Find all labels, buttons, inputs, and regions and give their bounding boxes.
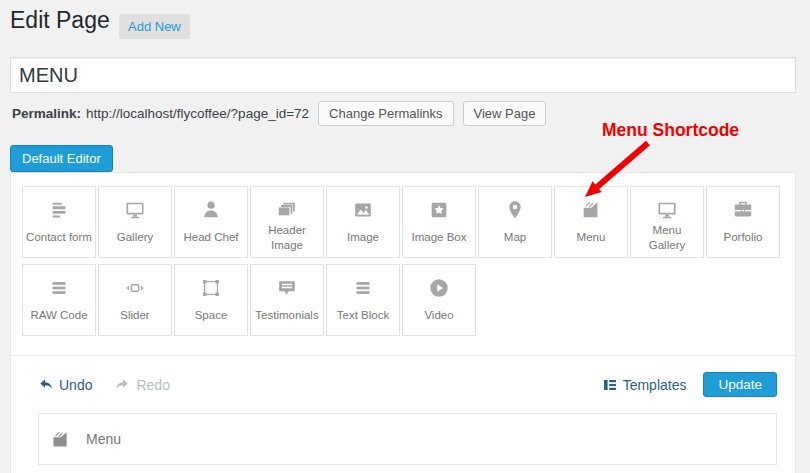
default-editor-tab[interactable]: Default Editor [10, 145, 113, 172]
add-new-button[interactable]: Add New [119, 14, 190, 39]
pin-icon [504, 197, 526, 223]
shortcode-block-raw-code[interactable]: RAW Code [22, 264, 96, 336]
permalink-url: http://localhost/flycoffee/?page_id=72 [86, 106, 309, 121]
shortcode-grid: Contact formGalleryHead ChefHeader Image… [22, 186, 784, 336]
redo-label: Redo [136, 377, 169, 393]
menufolder-icon [50, 429, 71, 450]
shortcode-block-porfolio[interactable]: Porfolio [706, 186, 780, 258]
shortcode-block-testimonials[interactable]: Testimonials [250, 264, 324, 336]
photos-icon [276, 197, 298, 223]
shortcode-block-label: Head Chef [182, 223, 241, 257]
shortcode-block-video[interactable]: Video [402, 264, 476, 336]
shortcode-block-label: Map [502, 223, 528, 257]
shortcode-block-label: Testimonials [253, 301, 320, 335]
shortcode-block-header-image[interactable]: Header Image [250, 186, 324, 258]
redo-button[interactable]: Redo [115, 377, 169, 393]
templates-label: Templates [623, 377, 687, 393]
shortcode-block-label: Image Box [410, 223, 469, 257]
view-page-button[interactable]: View Page [463, 101, 547, 126]
shortcode-block-label: Image [345, 223, 381, 257]
undo-label: Undo [59, 377, 92, 393]
shortcode-block-image-box[interactable]: Image Box [402, 186, 476, 258]
shortcode-block-label: Contact form [24, 223, 94, 257]
shortcode-block-gallery[interactable]: Gallery [98, 186, 172, 258]
play-icon [428, 275, 450, 301]
editor-toolbar: Undo Redo Templates Update [38, 372, 777, 397]
redo-icon [115, 377, 130, 392]
content-area: Menu [38, 413, 777, 465]
shortcode-block-contact-form[interactable]: Contact form [22, 186, 96, 258]
monitor-icon [124, 197, 146, 223]
content-block-menu[interactable]: Menu [38, 413, 777, 465]
imagebox-icon [428, 197, 450, 223]
editor-panel: Contact formGalleryHead ChefHeader Image… [10, 172, 796, 473]
shortcode-block-label: Menu Gallery [631, 223, 703, 257]
shortcode-block-label: RAW Code [28, 301, 89, 335]
shortcode-block-label: Gallery [115, 223, 155, 257]
content-block-label: Menu [86, 431, 121, 447]
person-icon [200, 197, 222, 223]
shortcode-block-label: Porfolio [722, 223, 765, 257]
menufolder-icon [580, 197, 602, 223]
shortcode-block-head-chef[interactable]: Head Chef [174, 186, 248, 258]
shortcode-palette: Contact formGalleryHead ChefHeader Image… [11, 173, 795, 356]
templates-icon [603, 378, 617, 392]
permalink: Permalink: http://localhost/flycoffee/?p… [12, 99, 546, 127]
slider-icon [124, 275, 146, 301]
shortcode-block-label: Text Block [335, 301, 391, 335]
bars-icon [352, 275, 374, 301]
shortcode-block-map[interactable]: Map [478, 186, 552, 258]
annotation-text: Menu Shortcode [602, 120, 739, 141]
briefcase-icon [732, 197, 754, 223]
shortcode-block-image[interactable]: Image [326, 186, 400, 258]
shortcode-block-label: Slider [118, 301, 151, 335]
shortcode-block-space[interactable]: Space [174, 264, 248, 336]
shortcode-block-menu[interactable]: Menu [554, 186, 628, 258]
monitor-icon [656, 197, 678, 223]
shortcode-block-label: Space [193, 301, 230, 335]
bubble-icon [276, 275, 298, 301]
form-icon [48, 197, 70, 223]
title-input[interactable] [10, 57, 796, 93]
shortcode-block-label: Menu [575, 223, 608, 257]
shortcode-block-menu-gallery[interactable]: Menu Gallery [630, 186, 704, 258]
shortcode-block-label: Video [422, 301, 455, 335]
permalink-label: Permalink: [12, 106, 81, 121]
change-permalinks-button[interactable]: Change Permalinks [318, 101, 453, 126]
shortcode-block-label: Header Image [251, 223, 323, 257]
page-title: Edit Page [10, 7, 110, 34]
shortcode-block-slider[interactable]: Slider [98, 264, 172, 336]
space-icon [200, 275, 222, 301]
templates-button[interactable]: Templates [603, 377, 687, 393]
undo-button[interactable]: Undo [38, 377, 92, 393]
update-button[interactable]: Update [703, 372, 777, 397]
shortcode-block-text-block[interactable]: Text Block [326, 264, 400, 336]
image-icon [352, 197, 374, 223]
editor-lower-section: Undo Redo Templates Update Menu [11, 356, 795, 465]
undo-icon [38, 377, 53, 392]
bars-icon [48, 275, 70, 301]
